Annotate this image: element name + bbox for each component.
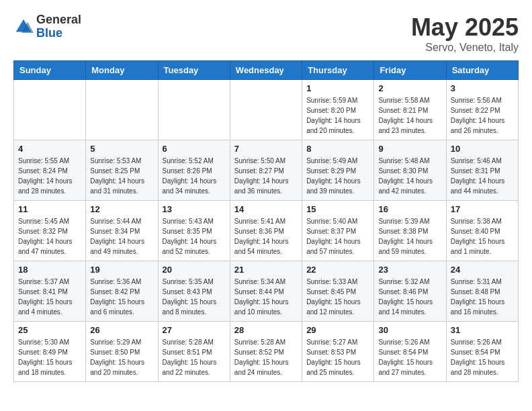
weekday-header-saturday: Saturday: [446, 61, 518, 80]
calendar-week-4: 18Sunrise: 5:37 AMSunset: 8:41 PMDayligh…: [14, 261, 519, 322]
calendar-cell: 28Sunrise: 5:28 AMSunset: 8:52 PMDayligh…: [230, 322, 302, 382]
weekday-header-monday: Monday: [86, 61, 158, 80]
day-number: 27: [163, 325, 226, 335]
day-detail: Sunrise: 5:44 AMSunset: 8:34 PMDaylight:…: [90, 216, 153, 257]
calendar-cell: 5Sunrise: 5:53 AMSunset: 8:25 PMDaylight…: [86, 140, 158, 201]
logo: General Blue: [13, 13, 81, 40]
day-detail: Sunrise: 5:31 AMSunset: 8:48 PMDaylight:…: [451, 277, 514, 317]
day-detail: Sunrise: 5:34 AMSunset: 8:44 PMDaylight:…: [234, 277, 298, 317]
day-number: 8: [306, 144, 369, 154]
calendar-cell: 1Sunrise: 5:59 AMSunset: 8:20 PMDaylight…: [302, 80, 374, 140]
day-detail: Sunrise: 5:33 AMSunset: 8:45 PMDaylight:…: [306, 277, 369, 317]
calendar-week-2: 4Sunrise: 5:55 AMSunset: 8:24 PMDaylight…: [14, 140, 519, 201]
day-detail: Sunrise: 5:53 AMSunset: 8:25 PMDaylight:…: [90, 156, 153, 196]
calendar-cell: 6Sunrise: 5:52 AMSunset: 8:26 PMDaylight…: [158, 140, 230, 201]
day-number: 4: [18, 144, 81, 154]
calendar-cell: 26Sunrise: 5:29 AMSunset: 8:50 PMDayligh…: [86, 322, 158, 382]
weekday-header-tuesday: Tuesday: [158, 61, 230, 80]
calendar-cell: 27Sunrise: 5:28 AMSunset: 8:51 PMDayligh…: [158, 322, 230, 382]
calendar-subtitle: Servo, Veneto, Italy: [411, 42, 519, 54]
calendar-cell: 16Sunrise: 5:39 AMSunset: 8:38 PMDayligh…: [374, 201, 446, 261]
calendar-cell: 12Sunrise: 5:44 AMSunset: 8:34 PMDayligh…: [86, 201, 158, 261]
day-detail: Sunrise: 5:29 AMSunset: 8:50 PMDaylight:…: [90, 337, 153, 377]
day-detail: Sunrise: 5:36 AMSunset: 8:42 PMDaylight:…: [90, 277, 153, 317]
calendar-title: May 2025: [411, 13, 519, 42]
day-detail: Sunrise: 5:38 AMSunset: 8:40 PMDaylight:…: [451, 216, 514, 257]
day-number: 3: [451, 83, 514, 93]
calendar-cell: 22Sunrise: 5:33 AMSunset: 8:45 PMDayligh…: [302, 261, 374, 322]
day-detail: Sunrise: 5:28 AMSunset: 8:51 PMDaylight:…: [163, 337, 226, 377]
day-detail: Sunrise: 5:45 AMSunset: 8:32 PMDaylight:…: [18, 216, 81, 257]
day-number: 5: [90, 144, 153, 154]
day-detail: Sunrise: 5:56 AMSunset: 8:22 PMDaylight:…: [451, 95, 514, 136]
calendar-table: SundayMondayTuesdayWednesdayThursdayFrid…: [13, 60, 519, 382]
day-detail: Sunrise: 5:50 AMSunset: 8:27 PMDaylight:…: [234, 156, 298, 196]
calendar-cell: [86, 80, 158, 140]
day-detail: Sunrise: 5:55 AMSunset: 8:24 PMDaylight:…: [18, 156, 81, 196]
calendar-cell: 31Sunrise: 5:26 AMSunset: 8:54 PMDayligh…: [446, 322, 518, 382]
day-detail: Sunrise: 5:58 AMSunset: 8:21 PMDaylight:…: [378, 95, 441, 136]
calendar-week-1: 1Sunrise: 5:59 AMSunset: 8:20 PMDaylight…: [14, 80, 519, 140]
day-detail: Sunrise: 5:26 AMSunset: 8:54 PMDaylight:…: [451, 337, 514, 377]
day-detail: Sunrise: 5:37 AMSunset: 8:41 PMDaylight:…: [18, 277, 81, 317]
calendar-cell: 19Sunrise: 5:36 AMSunset: 8:42 PMDayligh…: [86, 261, 158, 322]
day-detail: Sunrise: 5:46 AMSunset: 8:31 PMDaylight:…: [451, 156, 514, 196]
calendar-cell: 25Sunrise: 5:30 AMSunset: 8:49 PMDayligh…: [14, 322, 86, 382]
logo-blue-text: Blue: [36, 27, 81, 40]
day-number: 30: [378, 325, 441, 335]
calendar-week-3: 11Sunrise: 5:45 AMSunset: 8:32 PMDayligh…: [14, 201, 519, 261]
day-number: 24: [451, 265, 514, 275]
calendar-cell: 13Sunrise: 5:43 AMSunset: 8:35 PMDayligh…: [158, 201, 230, 261]
day-number: 16: [378, 204, 441, 214]
day-number: 23: [378, 265, 441, 275]
calendar-cell: 14Sunrise: 5:41 AMSunset: 8:36 PMDayligh…: [230, 201, 302, 261]
calendar-cell: 9Sunrise: 5:48 AMSunset: 8:30 PMDaylight…: [374, 140, 446, 201]
calendar-cell: 17Sunrise: 5:38 AMSunset: 8:40 PMDayligh…: [446, 201, 518, 261]
calendar-cell: 11Sunrise: 5:45 AMSunset: 8:32 PMDayligh…: [14, 201, 86, 261]
calendar-cell: 8Sunrise: 5:49 AMSunset: 8:29 PMDaylight…: [302, 140, 374, 201]
day-number: 31: [451, 325, 514, 335]
logo-general-text: General: [36, 13, 81, 27]
logo-text: General Blue: [36, 13, 81, 40]
logo-icon: [13, 17, 34, 37]
calendar-cell: 30Sunrise: 5:26 AMSunset: 8:54 PMDayligh…: [374, 322, 446, 382]
day-number: 14: [234, 204, 298, 214]
day-detail: Sunrise: 5:30 AMSunset: 8:49 PMDaylight:…: [18, 337, 81, 377]
day-number: 2: [378, 83, 441, 93]
day-detail: Sunrise: 5:41 AMSunset: 8:36 PMDaylight:…: [234, 216, 298, 257]
day-number: 26: [90, 325, 153, 335]
calendar-week-5: 25Sunrise: 5:30 AMSunset: 8:49 PMDayligh…: [14, 322, 519, 382]
calendar-cell: [230, 80, 302, 140]
day-number: 17: [451, 204, 514, 214]
title-block: May 2025 Servo, Veneto, Italy: [411, 13, 519, 54]
calendar-cell: [14, 80, 86, 140]
day-number: 22: [306, 265, 369, 275]
day-number: 29: [306, 325, 369, 335]
calendar-cell: 7Sunrise: 5:50 AMSunset: 8:27 PMDaylight…: [230, 140, 302, 201]
calendar-cell: 15Sunrise: 5:40 AMSunset: 8:37 PMDayligh…: [302, 201, 374, 261]
day-number: 11: [18, 204, 81, 214]
weekday-header-wednesday: Wednesday: [230, 61, 302, 80]
calendar-cell: 24Sunrise: 5:31 AMSunset: 8:48 PMDayligh…: [446, 261, 518, 322]
day-number: 1: [306, 83, 369, 93]
day-detail: Sunrise: 5:48 AMSunset: 8:30 PMDaylight:…: [378, 156, 441, 196]
calendar-cell: 21Sunrise: 5:34 AMSunset: 8:44 PMDayligh…: [230, 261, 302, 322]
calendar-cell: 23Sunrise: 5:32 AMSunset: 8:46 PMDayligh…: [374, 261, 446, 322]
day-number: 9: [378, 144, 441, 154]
day-detail: Sunrise: 5:32 AMSunset: 8:46 PMDaylight:…: [378, 277, 441, 317]
day-number: 21: [234, 265, 298, 275]
weekday-header-friday: Friday: [374, 61, 446, 80]
day-number: 7: [234, 144, 298, 154]
day-number: 25: [18, 325, 81, 335]
day-detail: Sunrise: 5:43 AMSunset: 8:35 PMDaylight:…: [163, 216, 226, 257]
day-number: 13: [163, 204, 226, 214]
day-number: 19: [90, 265, 153, 275]
calendar-cell: 3Sunrise: 5:56 AMSunset: 8:22 PMDaylight…: [446, 80, 518, 140]
day-number: 15: [306, 204, 369, 214]
day-detail: Sunrise: 5:35 AMSunset: 8:43 PMDaylight:…: [163, 277, 226, 317]
calendar-cell: 4Sunrise: 5:55 AMSunset: 8:24 PMDaylight…: [14, 140, 86, 201]
calendar-cell: 20Sunrise: 5:35 AMSunset: 8:43 PMDayligh…: [158, 261, 230, 322]
day-detail: Sunrise: 5:40 AMSunset: 8:37 PMDaylight:…: [306, 216, 369, 257]
day-number: 10: [451, 144, 514, 154]
day-number: 20: [163, 265, 226, 275]
